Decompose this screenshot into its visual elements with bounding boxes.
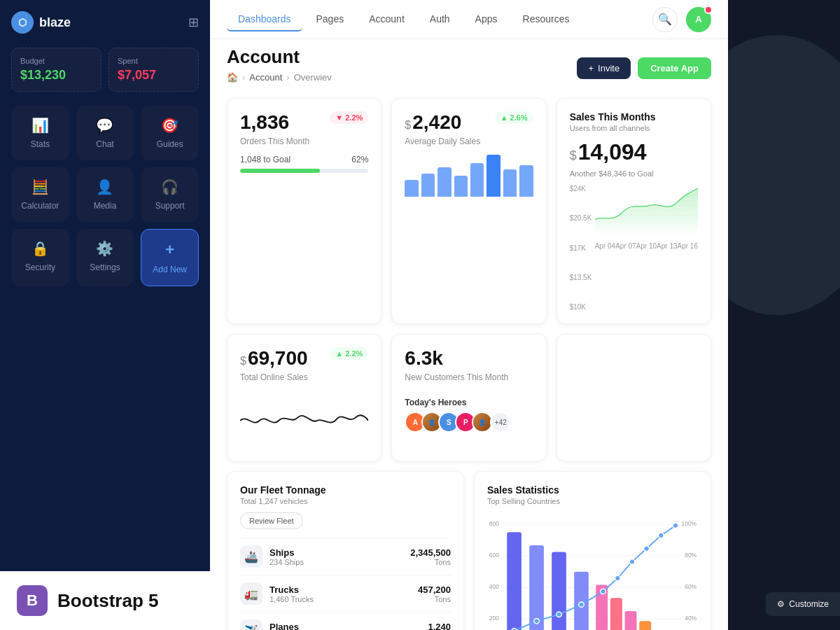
logo-icon: ⬡ (11, 11, 34, 34)
svg-text:400: 400 (489, 583, 499, 590)
daily-sales-value-wrap: $ 2,420 (405, 111, 461, 134)
trucks-icon: 🚛 (240, 582, 262, 605)
daily-sales-value: 2,420 (412, 111, 461, 134)
tab-apps[interactable]: Apps (464, 8, 509, 31)
orders-badge: ▼ 2.2% (330, 111, 368, 124)
sales-stats-title: Sales Statistics (487, 484, 698, 496)
review-fleet-button[interactable]: Review Fleet (240, 512, 303, 529)
ships-name: Ships (270, 547, 304, 558)
sidebar-item-add-new[interactable]: + Add New (141, 229, 199, 286)
online-sales-currency: $ (240, 355, 246, 368)
svg-text:60%: 60% (685, 583, 696, 590)
svg-rect-18 (552, 552, 566, 630)
menu-toggle-icon[interactable]: ⊞ (188, 15, 199, 30)
ships-unit: Tons (410, 558, 451, 566)
ships-amount: 2,345,500 (410, 547, 451, 558)
bar-6 (486, 155, 500, 197)
row-3: Our Fleet Tonnage Total 1,247 vehicles R… (227, 471, 711, 630)
sidebar-item-settings[interactable]: ⚙️ Settings (76, 229, 134, 286)
trucks-amount: 457,200 (418, 584, 451, 595)
sidebar-item-guides[interactable]: 🎯 Guides (141, 106, 199, 160)
sidebar-item-media[interactable]: 👤 Media (76, 167, 134, 222)
svg-text:100%: 100% (681, 520, 696, 527)
svg-rect-21 (610, 598, 622, 630)
bar-2 (421, 174, 435, 197)
bar-3 (438, 167, 451, 197)
x-label-4: Apr 13 (657, 242, 677, 250)
media-icon: 👤 (96, 178, 113, 195)
goal-label: 1,048 to Goal (240, 155, 290, 164)
security-icon: 🔒 (31, 240, 49, 257)
x-label-2: Apr 07 (615, 242, 636, 250)
ships-value: 2,345,500 Tons (410, 547, 451, 566)
svg-point-30 (629, 559, 635, 565)
svg-rect-22 (625, 611, 637, 630)
avatar-notification-badge (704, 6, 713, 14)
fleet-item-left-ships: 🚢 Ships 234 Ships (240, 545, 304, 568)
y-label-5: $10K (570, 303, 592, 311)
invite-plus-icon: + (588, 63, 594, 74)
fleet-subtitle: Total 1,247 vehicles (240, 497, 451, 505)
svg-text:40%: 40% (685, 615, 696, 622)
tab-auth[interactable]: Auth (419, 8, 461, 31)
sidebar-item-stats[interactable]: 📊 Stats (11, 106, 69, 160)
tab-account[interactable]: Account (358, 8, 416, 31)
chat-icon: 💬 (96, 117, 113, 134)
online-sales-label: Total Online Sales (240, 372, 368, 382)
sidebar-item-calculator[interactable]: 🧮 Calculator (11, 167, 69, 222)
daily-sales-badge: ▲ 2.6% (495, 111, 533, 124)
empty-card (556, 334, 711, 461)
user-avatar[interactable]: A (686, 7, 711, 32)
daily-sales-currency: $ (405, 119, 411, 132)
sales-stats-subtitle: Top Selling Countries (487, 497, 698, 505)
x-label-1: Apr 04 (595, 242, 615, 250)
sidebar-item-chat[interactable]: 💬 Chat (76, 106, 134, 160)
settings-label: Settings (90, 262, 120, 272)
breadcrumb-sep2: › (286, 72, 289, 83)
fleet-item-left-trucks: 🚛 Trucks 1,460 Trucks (240, 582, 314, 605)
sales-month-currency: $ (570, 148, 577, 163)
sales-month-subtitle: Users from all channels (570, 124, 698, 132)
sales-month-title: Sales This Months (570, 111, 698, 122)
stats-label: Stats (31, 139, 50, 149)
page-title: Account (227, 46, 332, 68)
sales-stats-card: Sales Statistics Top Selling Countries 8… (474, 471, 711, 630)
invite-button[interactable]: + Invite (577, 57, 631, 79)
search-button[interactable]: 🔍 (652, 7, 678, 32)
sidebar-item-security[interactable]: 🔒 Security (11, 229, 69, 286)
dashboard: 1,836 ▼ 2.2% Orders This Month 1,048 to … (210, 90, 728, 630)
daily-sales-chart (405, 155, 533, 197)
stats-row-2: $ 69,700 ▲ 2.2% Total Online Sales 6.3k … (227, 334, 711, 461)
goal-pct: 62% (351, 155, 368, 164)
customize-button[interactable]: ⚙ Customize (766, 592, 840, 616)
trucks-unit: Tons (418, 595, 451, 603)
spent-value: $7,057 (118, 68, 190, 83)
settings-icon: ⚙️ (96, 240, 113, 257)
tab-resources[interactable]: Resources (512, 8, 581, 31)
breadcrumb-sep1: › (242, 72, 245, 83)
online-sales-card: $ 69,700 ▲ 2.2% Total Online Sales (227, 334, 382, 461)
budget-value: $13,230 (20, 68, 92, 83)
support-label: Support (155, 201, 185, 211)
y-label-2: $20.5K (570, 214, 592, 222)
planes-name: Planes (270, 622, 304, 631)
customers-label: New Customers This Month (405, 372, 533, 382)
orders-progress: 1,048 to Goal 62% (240, 155, 368, 173)
sidebar-item-support[interactable]: 🎧 Support (141, 167, 199, 222)
daily-sales-label: Average Daily Sales (405, 136, 533, 146)
svg-point-32 (659, 533, 664, 538)
svg-point-28 (601, 589, 606, 594)
security-label: Security (25, 262, 55, 272)
nav-tabs: Dashboards Pages Account Auth Apps Resou… (227, 8, 580, 31)
svg-rect-23 (639, 621, 651, 630)
trucks-info: Trucks 1,460 Trucks (270, 584, 314, 603)
online-sales-value: 69,700 (248, 347, 308, 370)
daily-sales-card: $ 2,420 ▲ 2.6% Average Daily Sales (391, 98, 546, 324)
x-label-3: Apr 10 (636, 242, 657, 250)
fleet-title: Our Fleet Tonnage (240, 484, 451, 496)
tab-pages[interactable]: Pages (305, 8, 356, 31)
hero-count: +42 (490, 412, 511, 433)
budget-card: Budget $13,230 (11, 48, 102, 92)
create-app-button[interactable]: Create App (638, 57, 711, 79)
tab-dashboards[interactable]: Dashboards (227, 8, 302, 31)
